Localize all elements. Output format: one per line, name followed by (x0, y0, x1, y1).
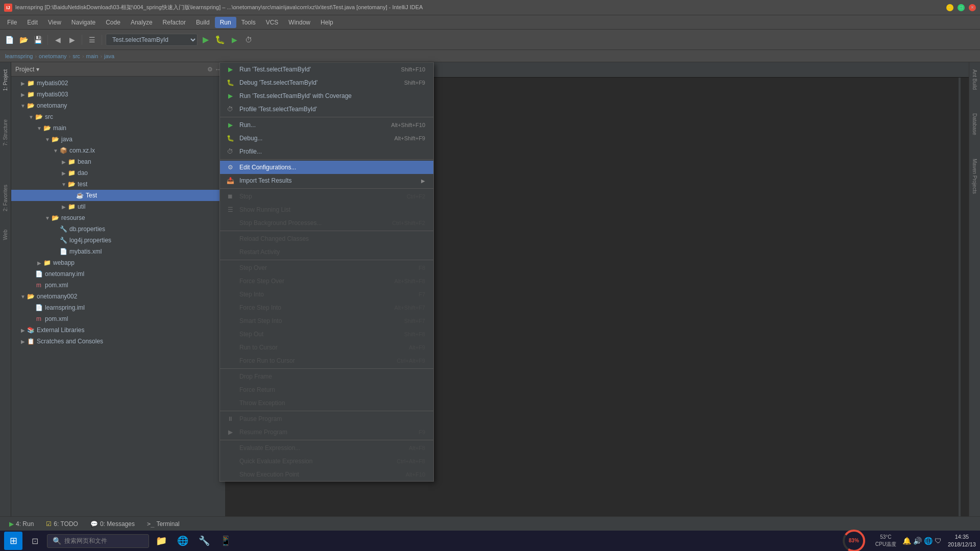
taskbar-app-2[interactable]: 📱 (216, 532, 235, 550)
bc-onetomany[interactable]: onetomany (39, 53, 66, 59)
force-step-into-item[interactable]: Force Step Into Alt+Shift+F7 (220, 301, 433, 314)
menu-navigate[interactable]: Navigate (66, 17, 101, 28)
show-running-item[interactable]: ☰ Show Running List (220, 203, 433, 216)
search-bar[interactable]: 🔍 搜索网页和文件 (47, 534, 149, 548)
import-results-item[interactable]: 📥 Import Test Results ▶ (220, 174, 433, 187)
tree-item-util[interactable]: ▶ 📁 util (11, 201, 225, 212)
terminal-tab[interactable]: >_ Terminal (142, 519, 185, 529)
tree-item-main[interactable]: ▼ 📂 main (11, 122, 225, 134)
menu-build[interactable]: Build (191, 17, 215, 28)
structure-tab[interactable]: 7: Structure (2, 116, 9, 149)
messages-tab[interactable]: 💬 0: Messages (85, 519, 140, 529)
show-exec-point-item[interactable]: Show Execution Point Alt+F10 (220, 468, 433, 481)
tree-item-mybatis003[interactable]: ▶ 📁 mybatis003 (11, 89, 225, 100)
tree-item-bean[interactable]: ▶ 📁 bean (11, 156, 225, 167)
reload-item[interactable]: Reload Changed Classes (220, 232, 433, 245)
tree-item-test[interactable]: ▼ 📂 test (11, 179, 225, 190)
favorites-tab[interactable]: 2: Favorites (2, 182, 9, 214)
stop-item[interactable]: ⏹ Stop Ctrl+F2 (220, 190, 433, 203)
run-cursor-item[interactable]: Run to Cursor Alt+F9 (220, 341, 433, 354)
step-out-item[interactable]: Step Out Shift+F8 (220, 328, 433, 341)
bc-src[interactable]: src (72, 53, 80, 59)
force-run-cursor-item[interactable]: Force Run to Cursor Ctrl+Alt+F9 (220, 354, 433, 367)
tree-item-resourse[interactable]: ▼ 📂 resourse (11, 212, 225, 223)
tree-item-external-libraries[interactable]: ▶ 📚 External Libraries (11, 324, 225, 336)
new-file-btn[interactable]: 📄 (3, 34, 15, 46)
menu-code[interactable]: Code (101, 17, 126, 28)
menu-file[interactable]: File (2, 17, 22, 28)
tree-item-scratches[interactable]: ▶ 📋 Scratches and Consoles (11, 336, 225, 347)
tree-item-pom-xml[interactable]: m pom.xml (11, 280, 225, 291)
structure-btn[interactable]: ☰ (86, 34, 98, 46)
step-over-item[interactable]: Step Over F8 (220, 261, 433, 274)
run-config-selector[interactable]: Test.selectTeamById (106, 34, 198, 46)
profile-button[interactable]: ⏱ (242, 34, 255, 46)
save-btn[interactable]: 💾 (32, 34, 44, 46)
back-btn[interactable]: ◀ (52, 34, 64, 46)
run-button[interactable]: ▶ (200, 34, 212, 46)
tree-item-log4j-properties[interactable]: 🔧 log4j.properties (11, 235, 225, 246)
task-view-button[interactable]: ⊡ (26, 532, 44, 550)
debug-test-item[interactable]: 🐛 Debug 'Test.selectTeamById' Shift+F9 (220, 76, 433, 89)
menu-analyze[interactable]: Analyze (126, 17, 158, 28)
smart-step-into-item[interactable]: Smart Step Into Shift+F7 (220, 314, 433, 328)
close-button[interactable]: × (969, 4, 976, 11)
run-coverage-item[interactable]: ▶ Run 'Test.selectTeamById' with Coverag… (220, 89, 433, 103)
eval-expr-item[interactable]: Evaluate Expression... Alt+F8 (220, 441, 433, 455)
restart-item[interactable]: Restart Activity (220, 245, 433, 259)
profile-test-item[interactable]: ⏱ Profile 'Test.selectTeamById' (220, 103, 433, 116)
maven-tab[interactable]: Maven Projects (971, 156, 978, 197)
project-tab[interactable]: 1: Project (2, 66, 9, 94)
todo-tab[interactable]: ☑ 6: TODO (41, 519, 83, 529)
quick-eval-item[interactable]: Quick Evaluate Expression Ctrl+Alt+F8 (220, 455, 433, 468)
menu-view[interactable]: View (43, 17, 66, 28)
force-step-over-item[interactable]: Force Step Over Alt+Shift+F8 (220, 274, 433, 288)
tree-item-onetomany-iml[interactable]: 📄 onetomany.iml (11, 268, 225, 280)
browser-btn[interactable]: 🌐 (174, 532, 192, 550)
tree-item-learnspring-iml[interactable]: 📄 learnspring.iml (11, 302, 225, 313)
tree-item-mybatis-xml[interactable]: 📄 mybatis.xml (11, 246, 225, 257)
throw-exception-item[interactable]: Throw Exception (220, 396, 433, 410)
debug-button[interactable]: 🐛 (214, 34, 226, 46)
gear-icon[interactable]: ⚙ (207, 66, 213, 73)
tree-item-src[interactable]: ▼ 📂 src (11, 111, 225, 122)
bc-main[interactable]: main (86, 53, 99, 59)
tree-item-com-xz-lx[interactable]: ▼ 📦 com.xz.lx (11, 145, 225, 156)
taskbar-app-1[interactable]: 🔧 (195, 532, 213, 550)
run-item[interactable]: ▶ Run... Alt+Shift+F10 (220, 118, 433, 132)
force-return-item[interactable]: Force Return (220, 383, 433, 396)
open-btn[interactable]: 📂 (17, 34, 30, 46)
file-explorer-btn[interactable]: 📁 (152, 532, 170, 550)
stop-bg-item[interactable]: Stop Background Processes... Ctrl+Shift+… (220, 216, 433, 230)
tree-item-java[interactable]: ▼ 📂 java (11, 134, 225, 145)
bc-learnspring[interactable]: learnspring (5, 53, 33, 59)
drop-frame-item[interactable]: Drop Frame (220, 370, 433, 383)
menu-help[interactable]: Help (315, 17, 338, 28)
minimize-button[interactable]: − (946, 4, 953, 11)
web-tab[interactable]: Web (2, 227, 9, 243)
tree-item-onetomany002[interactable]: ▼ 📂 onetomany002 (11, 291, 225, 302)
ant-build-tab[interactable]: Ant Build (971, 66, 978, 93)
start-button[interactable]: ⊞ (4, 532, 22, 550)
tree-item-Test[interactable]: ☕ Test (11, 190, 225, 201)
resume-item[interactable]: ▶ Resume Program F9 (220, 425, 433, 439)
forward-btn[interactable]: ▶ (66, 34, 78, 46)
pause-item[interactable]: ⏸ Pause Program (220, 412, 433, 425)
run-test-item[interactable]: ▶ Run 'Test.selectTeamById' Shift+F10 (220, 63, 433, 76)
menu-edit[interactable]: Edit (22, 17, 43, 28)
edit-config-item[interactable]: ⚙ Edit Configurations... (220, 161, 433, 174)
tree-item-mybatis002[interactable]: ▶ 📁 mybatis002 (11, 78, 225, 89)
profile-item[interactable]: ⏱ Profile... (220, 145, 433, 158)
database-tab[interactable]: Database (971, 110, 978, 138)
coverage-button[interactable]: ▶ (228, 34, 240, 46)
tree-item-onetomany[interactable]: ▼ 📂 onetomany (11, 100, 225, 111)
tree-item-webapp[interactable]: ▶ 📁 webapp (11, 257, 225, 268)
tree-item-dao[interactable]: ▶ 📁 dao (11, 167, 225, 179)
menu-vcs[interactable]: VCS (261, 17, 284, 28)
menu-run[interactable]: Run (215, 17, 236, 28)
maximize-button[interactable]: □ (958, 4, 965, 11)
run-tab[interactable]: ▶ 4: Run (4, 519, 39, 529)
step-into-item[interactable]: Step Into F7 (220, 288, 433, 301)
menu-window[interactable]: Window (283, 17, 315, 28)
menu-refactor[interactable]: Refactor (158, 17, 191, 28)
